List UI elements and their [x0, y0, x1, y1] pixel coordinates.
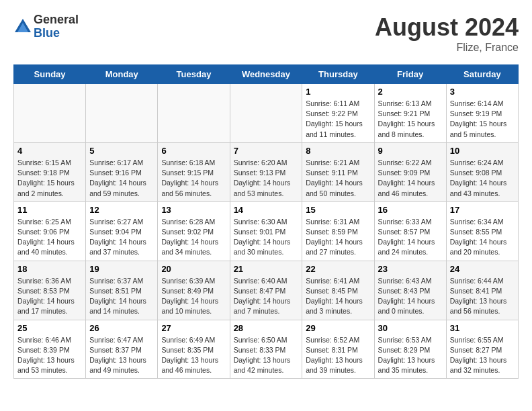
header-saturday: Saturday — [446, 65, 518, 84]
day-info: Sunrise: 6:28 AMSunset: 9:02 PMDaylight:… — [161, 217, 226, 258]
day-info: Sunrise: 6:50 AMSunset: 8:33 PMDaylight:… — [234, 335, 299, 376]
table-row: 16 Sunrise: 6:33 AMSunset: 8:57 PMDaylig… — [374, 201, 446, 261]
title-block: August 2024 Flize, France — [375, 13, 519, 54]
day-info: Sunrise: 6:18 AMSunset: 9:15 PMDaylight:… — [161, 158, 226, 199]
day-info: Sunrise: 6:20 AMSunset: 9:13 PMDaylight:… — [234, 158, 299, 199]
table-row — [14, 84, 86, 143]
table-row: 28 Sunrise: 6:50 AMSunset: 8:33 PMDaylig… — [230, 320, 302, 379]
table-row: 23 Sunrise: 6:43 AMSunset: 8:43 PMDaylig… — [374, 261, 446, 320]
table-row: 3 Sunrise: 6:14 AMSunset: 9:19 PMDayligh… — [446, 84, 518, 143]
day-number: 16 — [378, 205, 443, 215]
table-row: 25 Sunrise: 6:46 AMSunset: 8:39 PMDaylig… — [14, 320, 86, 379]
day-info: Sunrise: 6:31 AMSunset: 8:59 PMDaylight:… — [306, 217, 370, 258]
calendar-week-row: 4 Sunrise: 6:15 AMSunset: 9:18 PMDayligh… — [14, 142, 519, 201]
table-row: 7 Sunrise: 6:20 AMSunset: 9:13 PMDayligh… — [230, 142, 302, 201]
header-friday: Friday — [374, 65, 446, 84]
calendar-header-row: Sunday Monday Tuesday Wednesday Thursday… — [14, 65, 519, 84]
page-header: General Blue August 2024 Flize, France — [13, 13, 519, 54]
day-info: Sunrise: 6:17 AMSunset: 9:16 PMDaylight:… — [89, 158, 154, 199]
table-row: 24 Sunrise: 6:44 AMSunset: 8:41 PMDaylig… — [446, 261, 518, 320]
calendar-table: Sunday Monday Tuesday Wednesday Thursday… — [13, 64, 519, 379]
day-number: 28 — [234, 323, 299, 333]
table-row: 14 Sunrise: 6:30 AMSunset: 9:01 PMDaylig… — [230, 201, 302, 261]
day-number: 14 — [234, 205, 299, 215]
day-number: 20 — [161, 264, 226, 274]
day-info: Sunrise: 6:11 AMSunset: 9:22 PMDaylight:… — [306, 99, 370, 140]
table-row: 29 Sunrise: 6:52 AMSunset: 8:31 PMDaylig… — [302, 320, 374, 379]
month-year: August 2024 — [375, 13, 519, 42]
table-row: 11 Sunrise: 6:25 AMSunset: 9:06 PMDaylig… — [14, 201, 86, 261]
table-row: 20 Sunrise: 6:39 AMSunset: 8:49 PMDaylig… — [158, 261, 230, 320]
header-wednesday: Wednesday — [230, 65, 302, 84]
day-number: 29 — [306, 323, 370, 333]
day-number: 7 — [234, 146, 299, 156]
table-row: 30 Sunrise: 6:53 AMSunset: 8:29 PMDaylig… — [374, 320, 446, 379]
table-row: 31 Sunrise: 6:55 AMSunset: 8:27 PMDaylig… — [446, 320, 518, 379]
table-row — [230, 84, 302, 143]
table-row: 27 Sunrise: 6:49 AMSunset: 8:35 PMDaylig… — [158, 320, 230, 379]
day-number: 22 — [306, 264, 370, 274]
day-number: 9 — [378, 146, 443, 156]
day-info: Sunrise: 6:53 AMSunset: 8:29 PMDaylight:… — [378, 335, 443, 376]
table-row: 26 Sunrise: 6:47 AMSunset: 8:37 PMDaylig… — [86, 320, 158, 379]
table-row: 10 Sunrise: 6:24 AMSunset: 9:08 PMDaylig… — [446, 142, 518, 201]
day-number: 18 — [17, 264, 82, 274]
day-info: Sunrise: 6:46 AMSunset: 8:39 PMDaylight:… — [17, 335, 82, 376]
day-info: Sunrise: 6:22 AMSunset: 9:09 PMDaylight:… — [378, 158, 443, 199]
day-number: 19 — [89, 264, 154, 274]
calendar-week-row: 18 Sunrise: 6:36 AMSunset: 8:53 PMDaylig… — [14, 261, 519, 320]
header-tuesday: Tuesday — [158, 65, 230, 84]
logo-general: General — [34, 13, 79, 27]
day-number: 30 — [378, 323, 443, 333]
day-info: Sunrise: 6:24 AMSunset: 9:08 PMDaylight:… — [450, 158, 515, 199]
day-number: 4 — [17, 146, 82, 156]
day-info: Sunrise: 6:40 AMSunset: 8:47 PMDaylight:… — [234, 276, 299, 317]
table-row: 17 Sunrise: 6:34 AMSunset: 8:55 PMDaylig… — [446, 201, 518, 261]
table-row: 15 Sunrise: 6:31 AMSunset: 8:59 PMDaylig… — [302, 201, 374, 261]
table-row: 18 Sunrise: 6:36 AMSunset: 8:53 PMDaylig… — [14, 261, 86, 320]
header-thursday: Thursday — [302, 65, 374, 84]
day-number: 17 — [450, 205, 515, 215]
header-monday: Monday — [86, 65, 158, 84]
day-number: 3 — [450, 87, 515, 97]
day-number: 11 — [17, 205, 82, 215]
logo-blue: Blue — [34, 27, 79, 40]
day-info: Sunrise: 6:36 AMSunset: 8:53 PMDaylight:… — [17, 276, 82, 317]
day-info: Sunrise: 6:49 AMSunset: 8:35 PMDaylight:… — [161, 335, 226, 376]
day-number: 27 — [161, 323, 226, 333]
table-row — [158, 84, 230, 143]
day-number: 21 — [234, 264, 299, 274]
table-row: 2 Sunrise: 6:13 AMSunset: 9:21 PMDayligh… — [374, 84, 446, 143]
day-info: Sunrise: 6:55 AMSunset: 8:27 PMDaylight:… — [450, 335, 515, 376]
day-info: Sunrise: 6:43 AMSunset: 8:43 PMDaylight:… — [378, 276, 443, 317]
day-number: 8 — [306, 146, 370, 156]
day-info: Sunrise: 6:14 AMSunset: 9:19 PMDaylight:… — [450, 99, 515, 140]
day-number: 12 — [89, 205, 154, 215]
day-info: Sunrise: 6:47 AMSunset: 8:37 PMDaylight:… — [89, 335, 154, 376]
table-row: 6 Sunrise: 6:18 AMSunset: 9:15 PMDayligh… — [158, 142, 230, 201]
day-info: Sunrise: 6:30 AMSunset: 9:01 PMDaylight:… — [234, 217, 299, 258]
table-row: 21 Sunrise: 6:40 AMSunset: 8:47 PMDaylig… — [230, 261, 302, 320]
calendar-week-row: 25 Sunrise: 6:46 AMSunset: 8:39 PMDaylig… — [14, 320, 519, 379]
day-number: 31 — [450, 323, 515, 333]
day-info: Sunrise: 6:21 AMSunset: 9:11 PMDaylight:… — [306, 158, 370, 199]
header-sunday: Sunday — [14, 65, 86, 84]
day-number: 6 — [161, 146, 226, 156]
table-row — [86, 84, 158, 143]
day-number: 25 — [17, 323, 82, 333]
logo: General Blue — [13, 13, 79, 40]
logo-text: General Blue — [34, 13, 79, 40]
day-number: 1 — [306, 87, 370, 97]
table-row: 9 Sunrise: 6:22 AMSunset: 9:09 PMDayligh… — [374, 142, 446, 201]
day-number: 10 — [450, 146, 515, 156]
table-row: 4 Sunrise: 6:15 AMSunset: 9:18 PMDayligh… — [14, 142, 86, 201]
table-row: 5 Sunrise: 6:17 AMSunset: 9:16 PMDayligh… — [86, 142, 158, 201]
day-info: Sunrise: 6:37 AMSunset: 8:51 PMDaylight:… — [89, 276, 154, 317]
day-info: Sunrise: 6:15 AMSunset: 9:18 PMDaylight:… — [17, 158, 82, 199]
table-row: 1 Sunrise: 6:11 AMSunset: 9:22 PMDayligh… — [302, 84, 374, 143]
day-number: 24 — [450, 264, 515, 274]
day-info: Sunrise: 6:13 AMSunset: 9:21 PMDaylight:… — [378, 99, 443, 140]
day-number: 23 — [378, 264, 443, 274]
day-info: Sunrise: 6:44 AMSunset: 8:41 PMDaylight:… — [450, 276, 515, 317]
logo-icon — [13, 17, 32, 36]
